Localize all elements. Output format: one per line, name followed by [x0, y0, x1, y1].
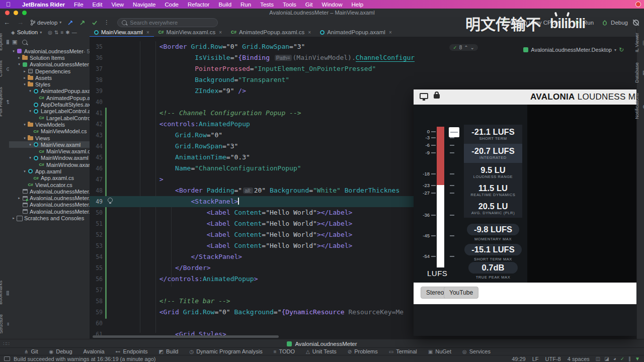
close-tab-icon[interactable]: × — [219, 30, 222, 35]
tool-window-button-problems[interactable]: ⊘Problems — [348, 348, 378, 354]
menu-item[interactable]: Git — [301, 2, 317, 8]
close-tab-icon[interactable]: × — [146, 30, 149, 35]
menu-item[interactable]: Run — [236, 2, 256, 8]
settings-gear-icon[interactable] — [633, 20, 639, 26]
next-problem-icon[interactable]: ⌄ — [470, 45, 474, 50]
debug-label[interactable]: Debug — [611, 20, 628, 26]
tool-window-button-todo[interactable]: ≡TODO — [274, 348, 295, 354]
intention-bulb-icon[interactable] — [108, 198, 113, 203]
tree-item[interactable]: C#LargeLabelControl.axaml.cs — [9, 115, 90, 121]
status-widget[interactable]: 4 spaces — [568, 356, 590, 362]
tree-item[interactable]: ▾MainWindow.axaml — [9, 155, 90, 161]
vcs-status-icon[interactable]: ▼ — [635, 356, 640, 361]
run-label[interactable]: Run — [583, 20, 594, 26]
column-selection-icon[interactable]: ◫ — [596, 356, 600, 361]
tree-chevron-icon[interactable]: ▾ — [22, 136, 27, 140]
tree-item[interactable]: AppDefaultStyles.axaml — [9, 101, 90, 108]
tool-window-button-dynamic-program-analysis[interactable]: ◷Dynamic Program Analysis — [189, 348, 262, 354]
youtube-button[interactable]: YouTube — [444, 287, 478, 299]
locate-file-icon[interactable]: ◎ — [48, 30, 52, 35]
tree-item[interactable]: AvaloniaLoudnessMeter.Android — [9, 188, 90, 195]
tool-window-button-endpoints[interactable]: ⊷Endpoints — [116, 348, 148, 354]
expand-all-icon[interactable]: ⇅ — [54, 30, 58, 35]
menu-item[interactable]: Refactor — [183, 2, 214, 8]
editor-tab[interactable]: MainView.axaml× — [90, 28, 154, 37]
commit-check-icon[interactable] — [92, 20, 98, 26]
tree-item[interactable]: C#MainViewModel.cs — [9, 128, 90, 135]
tool-window-button-database[interactable]: Database▥ — [634, 57, 644, 88]
menu-item[interactable]: Build — [214, 2, 236, 8]
tree-item[interactable]: ▸Solution Items — [9, 54, 90, 61]
tool-window-button-debug[interactable]: ◉Debug — [49, 348, 72, 354]
tree-item[interactable]: ▸AvaloniaLoudnessMeter.Desktop — [9, 195, 90, 202]
debug-bug-icon[interactable] — [602, 20, 608, 26]
forward-button[interactable]: → — [14, 19, 27, 26]
vcs-branch-widget[interactable]: develop ▾ — [27, 20, 64, 26]
close-tab-icon[interactable]: × — [389, 30, 392, 35]
app-title-bar[interactable]: AVALONIA LOUDNESS METER — [414, 89, 636, 105]
tree-item[interactable]: ▾LargeLabelControl.axaml — [9, 108, 90, 115]
tool-window-button-nuget[interactable]: ▣NuGet — [428, 348, 451, 354]
code-line[interactable]: 37PointerPressed="InputElement_OnPointer… — [90, 63, 644, 74]
tree-item[interactable]: ▾App.axaml — [9, 168, 90, 174]
tree-item[interactable]: ▸Scratches and Consoles — [9, 215, 90, 221]
monitor-icon[interactable] — [420, 93, 428, 99]
project-panel-header[interactable]: ◈ Solution ▾ ◎ ⇅ ≡ ✱ — — [9, 28, 90, 37]
tree-chevron-icon[interactable]: ▸ — [22, 76, 27, 80]
push-icon[interactable] — [79, 20, 86, 26]
run-button[interactable] — [575, 20, 580, 25]
tree-item[interactable]: C#ViewLocator.cs — [9, 182, 90, 188]
status-widget[interactable]: 49:29 — [512, 356, 526, 362]
tree-item[interactable]: C#App.axaml.cs — [9, 175, 90, 182]
menu-item[interactable]: Code — [160, 2, 183, 8]
tree-chevron-icon[interactable]: ▾ — [28, 109, 33, 113]
tool-window-button-terminal[interactable]: ▭Terminal — [389, 348, 417, 354]
code-line[interactable]: 36IsVisible="{Binding Path=(MainViewMode… — [90, 52, 644, 63]
project-scope-icon[interactable]: ▣ — [12, 39, 17, 47]
tree-item[interactable]: ▾Views — [9, 135, 90, 141]
tree-chevron-icon[interactable]: ▸ — [17, 196, 22, 200]
tree-item[interactable]: C#MainView.axaml.cs — [9, 148, 90, 154]
tree-item[interactable]: ▸Dependencies — [9, 68, 90, 74]
prev-problem-icon[interactable]: ⌃ — [464, 45, 468, 50]
update-project-icon[interactable] — [67, 20, 73, 26]
tree-chevron-icon[interactable]: ▾ — [22, 82, 27, 86]
tree-item[interactable]: ▾AvaloniaLoudnessMeter - 5 projects — [9, 48, 90, 54]
indexing-icon[interactable]: ∥ — [628, 356, 631, 361]
tree-chevron-icon[interactable]: ▸ — [17, 56, 22, 60]
tree-chevron-icon[interactable]: ▾ — [11, 49, 16, 53]
tree-item[interactable]: ▾MainView.axaml — [9, 141, 90, 148]
tool-window-button-git[interactable]: ⋔Git — [24, 348, 38, 354]
menu-item[interactable]: Window — [317, 2, 347, 8]
hide-panel-icon[interactable]: — — [72, 30, 77, 35]
tree-chevron-icon[interactable]: ▾ — [22, 169, 27, 173]
tree-item[interactable]: ▾Styles — [9, 81, 90, 87]
tool-window-button-notifications[interactable]: Notifications◍ — [634, 88, 644, 124]
status-widget[interactable]: UTF-8 — [545, 356, 561, 362]
tree-item[interactable]: AvaloniaLoudnessMeter.Web - — [9, 208, 90, 215]
tool-window-button-unit-tests[interactable]: △Unit Tests — [306, 348, 337, 354]
build-status-icon[interactable] — [4, 356, 10, 361]
run-configuration-select[interactable]: AvaloniaLoudnessMeter.Desktop ▾ ↻ — [523, 46, 624, 53]
status-message[interactable]: Build succeeded with warnings at 16:36:1… — [14, 356, 156, 362]
sync-icon[interactable]: ↻ — [619, 46, 624, 53]
run-tool-window-bar[interactable]: ∷∷ AvaloniaLoudnessMeter — [0, 339, 644, 348]
tree-chevron-icon[interactable]: ▸ — [11, 216, 16, 220]
recording-indicator-icon[interactable] — [635, 2, 641, 7]
back-button[interactable]: ← — [0, 19, 14, 26]
panel-options-gear-icon[interactable]: ✱ — [65, 30, 69, 35]
analysis-ok-icon[interactable]: ✓ — [620, 356, 624, 361]
tool-window-button-il-viewer[interactable]: IL Viewer◳ — [634, 28, 644, 57]
tree-chevron-icon[interactable]: ▸ — [22, 69, 27, 73]
solution-configuration-select[interactable]: Debug | Any CPU▾ — [510, 20, 559, 26]
menu-item[interactable]: Edit — [88, 2, 107, 8]
project-search-icon[interactable] — [22, 40, 27, 45]
notifications-bell-icon[interactable]: ◕ — [613, 356, 616, 361]
tree-item[interactable]: AvaloniaLoudnessMeter.iOS - L — [9, 202, 90, 208]
collapse-all-icon[interactable]: ≡ — [60, 30, 63, 35]
editor-tab[interactable]: C#MainView.axaml.cs× — [154, 28, 226, 37]
apple-menu-icon[interactable]:  — [6, 1, 11, 8]
tree-chevron-icon[interactable]: ▾ — [28, 156, 33, 160]
tree-item[interactable]: C#MainWindow.axaml.cs — [9, 161, 90, 168]
horizontal-scrollbar[interactable] — [93, 335, 279, 338]
